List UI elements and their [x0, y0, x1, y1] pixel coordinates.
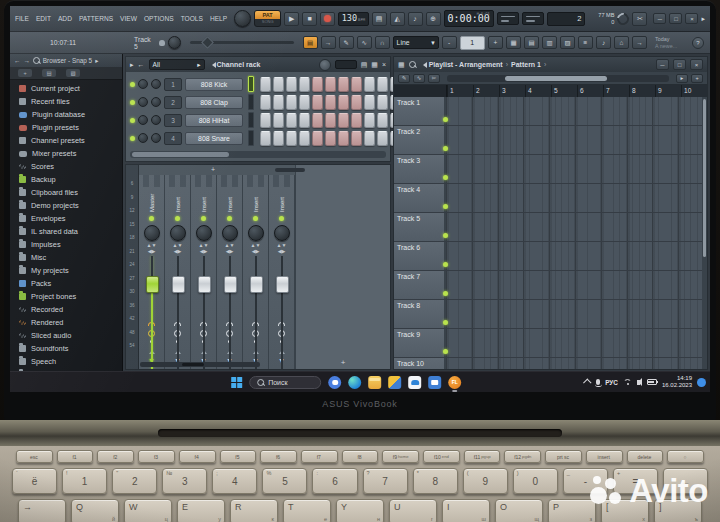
stop-button[interactable]: ■ [302, 12, 317, 26]
channel-volume-knob[interactable] [151, 97, 161, 107]
browser-tab-files[interactable]: ▤ [42, 69, 56, 77]
browser-item[interactable]: Speech [10, 355, 122, 368]
browser-item[interactable]: Backup [10, 173, 122, 186]
photos-icon[interactable] [388, 376, 401, 389]
window-minimize-button[interactable]: ─ [653, 13, 666, 24]
playlist-menu-icon[interactable]: ▦ [398, 61, 405, 69]
browser-item[interactable]: Misc [10, 251, 122, 264]
track-led[interactable] [443, 320, 448, 325]
open-browser-button[interactable]: ≡ [578, 36, 593, 49]
mixer-pan-knob[interactable] [196, 225, 212, 241]
track-header[interactable]: Track 7 [394, 271, 446, 299]
menu-item[interactable]: OPTIONS [144, 15, 174, 22]
graph-editor-icon[interactable]: ▤ [361, 61, 368, 69]
browser-tab-add[interactable]: + [18, 69, 32, 77]
open-piano-roll-button[interactable]: ▤ [524, 36, 539, 49]
volume-icon[interactable] [637, 380, 640, 385]
playlist-add-button[interactable]: + [691, 74, 703, 83]
browser-item[interactable]: Scores [10, 160, 122, 173]
track-grid[interactable] [446, 242, 702, 270]
menu-item[interactable]: VIEW [120, 15, 137, 22]
track-led[interactable] [443, 291, 448, 296]
mixer-strip-led[interactable] [149, 216, 154, 221]
selector-value-box[interactable]: 1 [460, 36, 485, 50]
track-header[interactable]: Track 2 [394, 126, 446, 154]
swing-knob[interactable] [319, 59, 331, 71]
rack-undo-icon[interactable]: ← [138, 61, 145, 68]
browser-item[interactable]: Recorded [10, 303, 122, 316]
mixer-pan-knob[interactable] [222, 225, 238, 241]
track-grid[interactable] [446, 271, 702, 299]
open-channel-rack-button[interactable]: ▥ [542, 36, 557, 49]
fader-handle[interactable] [146, 276, 159, 293]
track-led[interactable] [443, 349, 448, 354]
track-header[interactable]: Track 6 [394, 242, 446, 270]
battery-icon[interactable] [647, 379, 657, 385]
playlist-horizontal-scrollbar[interactable] [447, 75, 669, 82]
browser-item[interactable]: Packs [10, 277, 122, 290]
snap-magnet-button[interactable]: ∩ [375, 36, 390, 49]
snap-dropdown[interactable]: Line ▾ [393, 36, 439, 49]
channel-name-button[interactable]: 808 Clap [185, 96, 243, 109]
open-mixer-button[interactable]: ▨ [560, 36, 575, 49]
cut-tool-button[interactable]: ✂ [632, 12, 647, 26]
browser-item[interactable]: Mixer presets [10, 147, 122, 160]
fader-handle[interactable] [198, 276, 211, 293]
track-grid[interactable] [446, 358, 702, 369]
playlist-paint-button[interactable]: ∿ [413, 74, 425, 83]
mixer-route-arrows[interactable]: ▲▼◀▶ [251, 243, 261, 254]
track-header[interactable]: Track 3 [394, 155, 446, 183]
help-button[interactable]: ? [692, 37, 704, 49]
track-header[interactable]: Track 9 [394, 329, 446, 357]
mixer-fader[interactable] [243, 256, 268, 320]
browser-tab-plugins[interactable]: ▨ [66, 69, 80, 77]
browser-item[interactable]: Clipboard files [10, 186, 122, 199]
typing-to-piano-button[interactable]: ▤ [303, 36, 318, 49]
track-grid[interactable] [446, 97, 702, 125]
record-button[interactable] [320, 12, 335, 26]
browser-item[interactable]: Sliced audio [10, 329, 122, 342]
mixer-strip-led[interactable] [253, 216, 258, 221]
search-icon[interactable] [409, 61, 416, 68]
mixer-strip-led[interactable] [175, 216, 180, 221]
channel-pan-knob[interactable] [138, 133, 148, 143]
countdown-button[interactable]: ⊕ [426, 12, 441, 26]
tray-chevron-icon[interactable] [583, 378, 591, 386]
mixer-route-arrows[interactable]: ▲▼◀▶ [199, 243, 209, 254]
taskbar-clock[interactable]: 14:19 16.02.2023 [662, 375, 692, 390]
channel-enable-led[interactable] [130, 118, 135, 123]
channel-filter-dropdown[interactable]: All ▸ [149, 59, 205, 70]
rack-scrollbar[interactable] [130, 151, 386, 158]
browser-item[interactable]: Demo projects [10, 199, 122, 212]
pat-song-toggle[interactable]: PAT SONG [254, 10, 281, 27]
channel-volume-knob[interactable] [151, 79, 161, 89]
browser-back-icon[interactable]: ← [14, 57, 20, 64]
typing-keyboard-button[interactable]: ▤ [372, 12, 387, 26]
mixer-scrollbar[interactable] [140, 362, 260, 367]
slider-thumb[interactable] [201, 36, 214, 49]
channel-enable-led[interactable] [130, 82, 135, 87]
tempo-display[interactable]: 130 BPM [338, 12, 369, 26]
tool-extra-2-button[interactable]: ⌂ [614, 36, 629, 49]
mixer-fader[interactable] [191, 256, 216, 320]
mixer-strip-led[interactable] [201, 216, 206, 221]
playlist-maximize-button[interactable]: □ [673, 59, 686, 70]
mixer-strip[interactable]: Insert ▲▼◀▶ [191, 175, 217, 369]
mixer-strip[interactable]: Insert ▲▼◀▶ [165, 175, 191, 369]
browser-item[interactable]: IL shared data [10, 225, 122, 238]
mixer-strip[interactable]: Insert ▲▼◀▶ [243, 175, 269, 369]
fader-handle[interactable] [172, 276, 185, 293]
channel-pan-knob[interactable] [138, 79, 148, 89]
metronome-button[interactable]: ◭ [390, 12, 405, 26]
menu-item[interactable]: FILE [15, 15, 29, 22]
browser-item[interactable]: Recent files [10, 95, 122, 108]
fader-handle[interactable] [224, 276, 237, 293]
microphone-icon[interactable] [596, 379, 600, 385]
effects-panel[interactable]: + [295, 165, 390, 369]
track-led[interactable] [443, 117, 448, 122]
browser-item[interactable]: Channel presets [10, 134, 122, 147]
track-grid[interactable] [446, 213, 702, 241]
swing-value-box[interactable] [335, 60, 357, 69]
fader-handle[interactable] [250, 276, 263, 293]
step-edit-button[interactable]: → [321, 36, 336, 49]
